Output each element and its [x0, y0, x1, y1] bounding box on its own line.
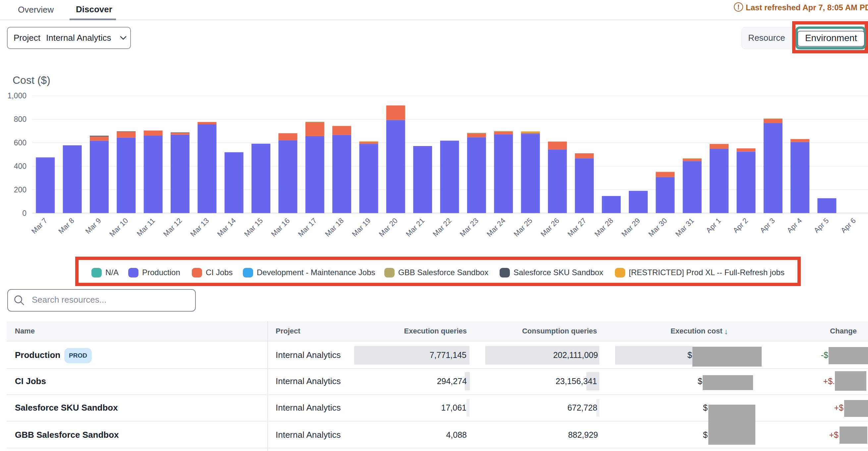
svg-text:Mar 24: Mar 24 — [485, 216, 507, 238]
svg-text:Mar 22: Mar 22 — [431, 216, 453, 238]
svg-text:Mar 30: Mar 30 — [647, 216, 669, 238]
svg-text:Mar 12: Mar 12 — [162, 216, 184, 238]
svg-text:Mar 15: Mar 15 — [243, 216, 265, 238]
svg-text:Mar 26: Mar 26 — [539, 216, 561, 238]
svg-text:Apr 2: Apr 2 — [732, 216, 750, 234]
svg-text:Mar 20: Mar 20 — [377, 216, 399, 238]
svg-text:400: 400 — [14, 162, 27, 170]
svg-text:Mar 9: Mar 9 — [84, 216, 103, 235]
svg-text:Mar 19: Mar 19 — [350, 216, 372, 238]
svg-text:Mar 10: Mar 10 — [108, 216, 129, 238]
svg-text:Apr 4: Apr 4 — [785, 216, 803, 234]
svg-text:0: 0 — [22, 209, 27, 218]
svg-text:Mar 25: Mar 25 — [512, 216, 534, 238]
svg-text:Mar 31: Mar 31 — [674, 216, 696, 238]
svg-text:1,000: 1,000 — [7, 91, 27, 100]
svg-text:Apr 3: Apr 3 — [758, 216, 777, 234]
svg-text:Mar 21: Mar 21 — [404, 216, 426, 238]
svg-text:200: 200 — [14, 186, 27, 194]
svg-text:Mar 29: Mar 29 — [620, 216, 642, 238]
svg-text:600: 600 — [14, 138, 27, 147]
svg-text:Mar 11: Mar 11 — [135, 216, 157, 238]
svg-text:Apr 5: Apr 5 — [812, 216, 831, 234]
svg-text:Mar 14: Mar 14 — [216, 216, 238, 238]
svg-text:Mar 16: Mar 16 — [269, 216, 291, 238]
svg-text:Mar 28: Mar 28 — [593, 216, 615, 238]
svg-text:Mar 18: Mar 18 — [323, 216, 345, 238]
svg-text:Apr 1: Apr 1 — [704, 216, 722, 234]
svg-text:Mar 27: Mar 27 — [566, 216, 588, 238]
svg-text:Mar 13: Mar 13 — [188, 216, 210, 238]
svg-text:Mar 17: Mar 17 — [297, 216, 318, 238]
svg-text:Mar 8: Mar 8 — [57, 216, 75, 235]
svg-text:Apr 6: Apr 6 — [839, 216, 858, 234]
svg-text:Mar 23: Mar 23 — [458, 216, 480, 238]
svg-text:Mar 7: Mar 7 — [30, 216, 49, 235]
svg-text:800: 800 — [14, 115, 27, 124]
